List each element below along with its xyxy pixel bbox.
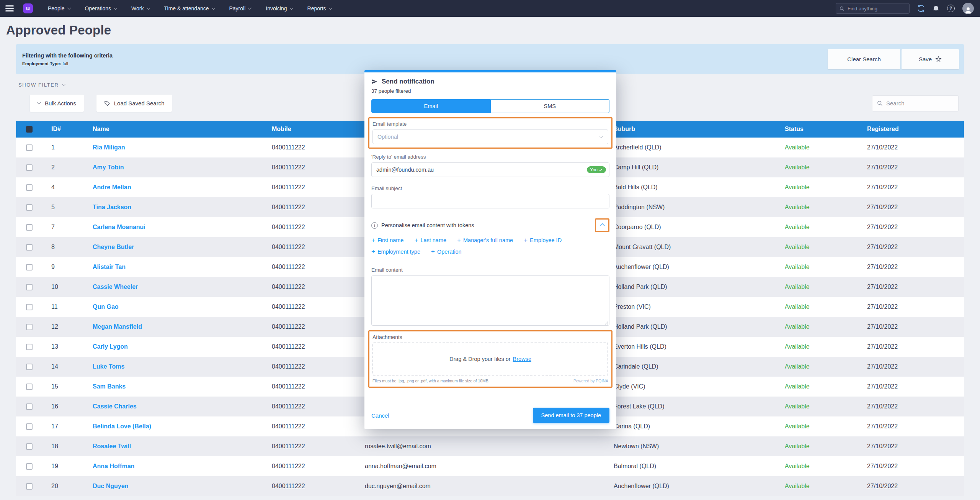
- show-filter-toggle[interactable]: SHOW FILTER: [18, 82, 65, 88]
- reply-to-field[interactable]: admin@foundu.com.au You: [371, 162, 609, 177]
- clear-search-button[interactable]: Clear Search: [828, 49, 900, 69]
- row-checkbox[interactable]: [26, 184, 33, 191]
- bell-icon[interactable]: [933, 5, 939, 12]
- employee-name-link[interactable]: Anna Hoffman: [93, 463, 134, 469]
- you-badge-label: You: [590, 167, 598, 172]
- save-search-button[interactable]: Save: [902, 49, 959, 69]
- nav-item[interactable]: People: [41, 0, 78, 17]
- cell-mobile: 0400111222: [267, 383, 360, 390]
- row-checkbox[interactable]: [26, 483, 33, 490]
- select-all-checkbox[interactable]: [26, 126, 33, 133]
- collapse-tokens-button[interactable]: [595, 218, 609, 232]
- row-checkbox[interactable]: [26, 224, 33, 231]
- nav-item[interactable]: Operations: [78, 0, 124, 17]
- employee-name-link[interactable]: Megan Mansfield: [93, 323, 142, 330]
- header-suburb[interactable]: Suburb: [609, 126, 779, 133]
- employee-name-link[interactable]: Carly Lygon: [93, 343, 128, 350]
- tab-email[interactable]: Email: [371, 99, 491, 113]
- email-content-textarea[interactable]: [371, 275, 609, 326]
- browse-link[interactable]: Browse: [513, 356, 531, 362]
- cancel-button[interactable]: Cancel: [371, 412, 389, 419]
- header-id[interactable]: ID#: [42, 126, 88, 133]
- email-template-select[interactable]: Optional: [372, 130, 608, 144]
- table-search[interactable]: [872, 95, 959, 111]
- bulk-actions-button[interactable]: Bulk Actions: [30, 95, 84, 112]
- employee-name-link[interactable]: Amy Tobin: [93, 164, 124, 170]
- employee-name-link[interactable]: Cassie Wheeler: [93, 284, 138, 290]
- cell-id: 5: [42, 204, 88, 211]
- send-email-button[interactable]: Send email to 37 people: [533, 408, 609, 423]
- employee-name-link[interactable]: Rosalee Twill: [93, 443, 131, 449]
- token-button[interactable]: + Operation: [431, 248, 462, 255]
- token-label: Employment type: [377, 249, 420, 255]
- row-checkbox[interactable]: [26, 144, 33, 151]
- global-search-input[interactable]: [848, 6, 906, 11]
- row-checkbox[interactable]: [26, 384, 33, 390]
- header-registered[interactable]: Registered: [862, 126, 964, 133]
- table-search-input[interactable]: [886, 100, 954, 107]
- token-button[interactable]: + Manager's full name: [457, 237, 513, 243]
- employee-name-link[interactable]: Ria Miligan: [93, 144, 125, 151]
- row-checkbox[interactable]: [26, 204, 33, 211]
- global-search[interactable]: [836, 3, 910, 14]
- nav-item[interactable]: Invoicing: [258, 0, 300, 17]
- row-checkbox[interactable]: [26, 284, 33, 290]
- chevron-down-icon: [114, 6, 118, 10]
- cell-registered: 27/10/2022: [862, 443, 964, 450]
- row-checkbox[interactable]: [26, 264, 33, 270]
- cell-mobile: 0400111222: [267, 463, 360, 470]
- employee-name-link[interactable]: Luke Toms: [93, 363, 124, 370]
- token-button[interactable]: + Employment type: [371, 248, 420, 255]
- email-subject-input[interactable]: [376, 198, 604, 204]
- row-checkbox[interactable]: [26, 443, 33, 450]
- employee-name-link[interactable]: Cheyne Butler: [93, 244, 134, 250]
- row-checkbox[interactable]: [26, 344, 33, 350]
- brand-logo[interactable]: u: [23, 3, 33, 13]
- cell-id: 11: [42, 303, 88, 310]
- header-status[interactable]: Status: [779, 126, 862, 133]
- powered-by[interactable]: Powered by PQINA: [573, 379, 608, 383]
- avatar[interactable]: [962, 3, 974, 14]
- employee-name-link[interactable]: Andre Mellan: [93, 184, 131, 190]
- help-icon[interactable]: ?: [947, 5, 955, 12]
- load-saved-search-button[interactable]: Load Saved Search: [96, 95, 172, 112]
- employee-name-link[interactable]: Sam Banks: [93, 383, 126, 390]
- employee-name-link[interactable]: Qun Gao: [93, 303, 119, 310]
- modal-footer: Cancel Send email to 37 people: [371, 408, 609, 424]
- tab-sms[interactable]: SMS: [491, 99, 610, 113]
- nav-item[interactable]: Payroll: [222, 0, 259, 17]
- token-button[interactable]: + Employee ID: [524, 237, 562, 243]
- row-checkbox[interactable]: [26, 164, 33, 171]
- employee-name-link[interactable]: Belinda Love (Bella): [93, 423, 151, 430]
- row-checkbox[interactable]: [26, 304, 33, 310]
- nav-item[interactable]: Work: [124, 0, 157, 17]
- menu-icon[interactable]: [5, 5, 14, 11]
- file-dropzone[interactable]: Drag & Drop your files or Browse: [372, 343, 608, 375]
- tag-icon: [104, 100, 110, 107]
- annotation-box-email-template: Email template Optional: [368, 117, 612, 149]
- row-checkbox[interactable]: [26, 364, 33, 370]
- cell-suburb: Carindale (QLD): [609, 363, 779, 370]
- row-checkbox[interactable]: [26, 463, 33, 470]
- token-button[interactable]: + First name: [371, 237, 403, 243]
- row-checkbox[interactable]: [26, 423, 33, 430]
- plus-icon: +: [371, 237, 375, 243]
- employee-name-link[interactable]: Duc Nguyen: [93, 483, 128, 489]
- cell-mobile: 0400111222: [267, 483, 360, 490]
- nav-item[interactable]: Time & attendance: [157, 0, 222, 17]
- employee-name-link[interactable]: Cassie Charles: [93, 403, 137, 410]
- employee-name-link[interactable]: Tina Jackson: [93, 204, 131, 210]
- attachments-label: Attachments: [372, 334, 608, 340]
- sync-icon[interactable]: [917, 5, 925, 12]
- employee-name-link[interactable]: Carlena Moananui: [93, 224, 145, 230]
- row-checkbox[interactable]: [26, 403, 33, 410]
- cell-registered: 27/10/2022: [862, 204, 964, 211]
- employee-name-link[interactable]: Alistair Tan: [93, 264, 126, 270]
- header-mobile[interactable]: Mobile: [267, 126, 360, 133]
- row-checkbox[interactable]: [26, 244, 33, 251]
- token-button[interactable]: + Last name: [414, 237, 446, 243]
- header-name[interactable]: Name: [88, 126, 267, 133]
- plus-icon: +: [524, 237, 528, 243]
- nav-item[interactable]: Reports: [300, 0, 339, 17]
- row-checkbox[interactable]: [26, 324, 33, 330]
